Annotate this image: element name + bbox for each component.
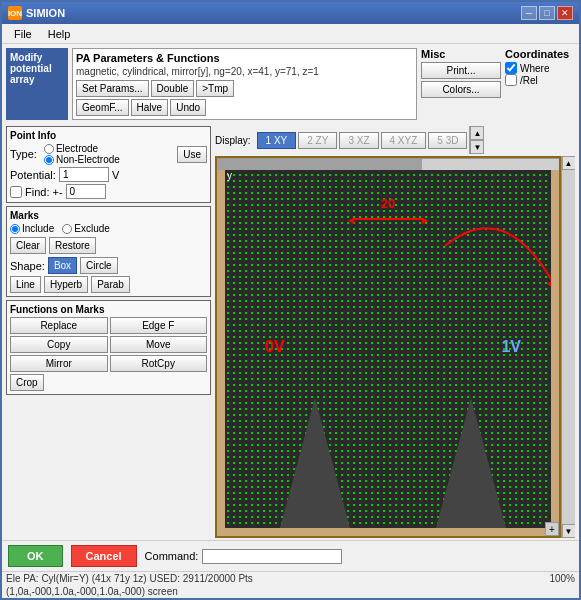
y-axis-label: y xyxy=(227,170,232,181)
edgef-button[interactable]: Edge F xyxy=(110,317,208,334)
simulation-area[interactable]: y 0V 1V 20 xyxy=(215,156,561,538)
copy-button[interactable]: Copy xyxy=(10,336,108,353)
scroll-down-arrow[interactable]: ▼ xyxy=(470,140,484,154)
where-checkbox[interactable] xyxy=(505,62,517,74)
rel-checkbox[interactable] xyxy=(505,74,517,86)
display-tabs: Display: 1 XY 2 ZY 3 XZ 4 XYZ 5 3D ▲ ▼ xyxy=(215,126,575,154)
non-electrode-radio[interactable] xyxy=(44,155,54,165)
include-label: Include xyxy=(22,223,54,234)
geomf-button[interactable]: GeomF... xyxy=(76,99,129,116)
display-scroll: ▲ ▼ xyxy=(469,126,483,154)
double-button[interactable]: Double xyxy=(151,80,195,97)
move-button[interactable]: Move xyxy=(110,336,208,353)
left-electrode xyxy=(280,398,350,528)
electrode-label: Electrode xyxy=(56,143,98,154)
replace-button[interactable]: Replace xyxy=(10,317,108,334)
use-button[interactable]: Use xyxy=(177,146,207,163)
include-exclude-row: Include Exclude xyxy=(10,223,207,234)
command-input[interactable] xyxy=(202,549,342,564)
mirror-button[interactable]: Mirror xyxy=(10,355,108,372)
include-radio-row: Include xyxy=(10,223,54,234)
exclude-radio[interactable] xyxy=(62,224,72,234)
status-text-1: Ele PA: Cyl(Mir=Y) (41x 71y 1z) USED: 29… xyxy=(6,573,253,584)
crop-row: Crop xyxy=(10,374,207,391)
undo-button[interactable]: Undo xyxy=(170,99,206,116)
modify-panel: Modify potential array xyxy=(6,48,68,120)
command-row: Command: xyxy=(145,549,343,564)
set-params-button[interactable]: Set Params... xyxy=(76,80,149,97)
restore-button[interactable]: Restore xyxy=(49,237,96,254)
pa-params-panel: PA Parameters & Functions magnetic, cyli… xyxy=(72,48,417,120)
halve-button[interactable]: Halve xyxy=(131,99,169,116)
electrode-radio[interactable] xyxy=(44,144,54,154)
command-label: Command: xyxy=(145,550,199,562)
horiz-arrow xyxy=(348,211,428,226)
non-electrode-label: Non-Electrode xyxy=(56,154,120,165)
box-button[interactable]: Box xyxy=(48,257,77,274)
line-button[interactable]: Line xyxy=(10,276,41,293)
find-input[interactable] xyxy=(66,184,106,199)
minimize-button[interactable]: ─ xyxy=(521,6,537,20)
scroll-thumb-h[interactable] xyxy=(217,159,422,170)
sim-bottom-scroll[interactable] xyxy=(217,158,559,170)
include-radio[interactable] xyxy=(10,224,20,234)
arrow-line xyxy=(354,218,422,220)
potential-label: Potential: xyxy=(10,169,56,181)
window-title: SIMION xyxy=(26,7,65,19)
crop-button[interactable]: Crop xyxy=(10,374,44,391)
top-panel: Modify potential array PA Parameters & F… xyxy=(2,44,579,124)
status-text-2: (1,0a,-000,1.0a,-000,1.0a,-000) screen xyxy=(6,586,178,597)
rel-label: /Rel xyxy=(520,75,538,86)
colors-button[interactable]: Colors... xyxy=(421,81,501,98)
circle-button[interactable]: Circle xyxy=(80,257,118,274)
potential-unit: V xyxy=(112,169,119,181)
tmp-button[interactable]: >Tmp xyxy=(196,80,234,97)
menu-file[interactable]: File xyxy=(6,26,40,42)
tab-5-3d[interactable]: 5 3D xyxy=(428,132,467,149)
maximize-button[interactable]: □ xyxy=(539,6,555,20)
point-info-title: Point Info xyxy=(10,130,207,141)
pa-description: magnetic, cylindrical, mirror[y], ng=20,… xyxy=(76,66,413,77)
potential-input[interactable] xyxy=(59,167,109,182)
left-panel: Point Info Type: Electrode Non-Electrode xyxy=(6,126,211,538)
scroll-up-arrow[interactable]: ▲ xyxy=(470,126,484,140)
cancel-button[interactable]: Cancel xyxy=(71,545,137,567)
zoom-level: 100% xyxy=(549,573,575,584)
tab-4xyz[interactable]: 4 XYZ xyxy=(381,132,427,149)
dimension-arrow: 20 xyxy=(348,196,428,226)
scroll-right-up[interactable]: ▲ xyxy=(562,156,576,170)
middle-area: Point Info Type: Electrode Non-Electrode xyxy=(2,124,579,540)
point-info-section: Point Info Type: Electrode Non-Electrode xyxy=(6,126,211,203)
scroll-right-down[interactable]: ▼ xyxy=(562,524,576,538)
menu-help[interactable]: Help xyxy=(40,26,79,42)
tab-2zy[interactable]: 2 ZY xyxy=(298,132,337,149)
zoom-plus-button[interactable]: + xyxy=(545,522,559,536)
shape-label: Shape: xyxy=(10,260,45,272)
rotcpy-button[interactable]: RotCpy xyxy=(110,355,208,372)
ok-button[interactable]: OK xyxy=(8,545,63,567)
misc-title: Misc xyxy=(421,48,501,60)
find-checkbox[interactable] xyxy=(10,186,22,198)
sim-inner: y 0V 1V 20 xyxy=(225,166,551,528)
parab-button[interactable]: Parab xyxy=(91,276,130,293)
where-label: Where xyxy=(520,63,549,74)
status-bar-2: (1,0a,-000,1.0a,-000,1.0a,-000) screen xyxy=(2,585,579,598)
marks-title: Marks xyxy=(10,210,207,221)
type-row: Type: Electrode Non-Electrode Use xyxy=(10,143,207,165)
tab-3xz[interactable]: 3 XZ xyxy=(339,132,378,149)
right-electrode-svg xyxy=(436,398,506,528)
print-button[interactable]: Print... xyxy=(421,62,501,79)
hyperb-button[interactable]: Hyperb xyxy=(44,276,88,293)
main-window: ION SIMION ─ □ ✕ File Help Modify potent… xyxy=(0,0,581,600)
clear-button[interactable]: Clear xyxy=(10,237,46,254)
right-scrollbar[interactable]: ▲ ▼ xyxy=(561,156,575,538)
right-panel: Display: 1 XY 2 ZY 3 XZ 4 XYZ 5 3D ▲ ▼ xyxy=(215,126,575,538)
title-buttons: ─ □ ✕ xyxy=(521,6,573,20)
rel-checkbox-row: /Rel xyxy=(505,74,575,86)
title-bar-left: ION SIMION xyxy=(8,6,65,20)
main-content: Modify potential array PA Parameters & F… xyxy=(2,44,579,598)
bottom-bar: OK Cancel Command: xyxy=(2,540,579,571)
close-button[interactable]: ✕ xyxy=(557,6,573,20)
tab-1xy[interactable]: 1 XY xyxy=(257,132,297,149)
pa-title: PA Parameters & Functions xyxy=(76,52,413,64)
